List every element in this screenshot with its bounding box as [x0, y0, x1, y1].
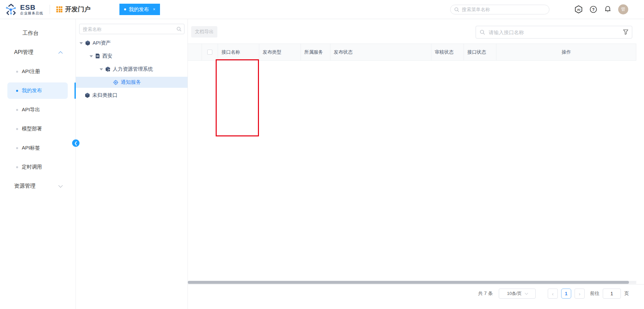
tree-search-input[interactable]	[79, 24, 184, 34]
bullet-dot	[16, 128, 18, 130]
bullet-dot	[16, 71, 18, 73]
cube-icon	[85, 41, 90, 46]
active-indicator-bar	[74, 82, 76, 99]
next-page-button[interactable]: ›	[575, 289, 585, 299]
sidebar-item-scheduled-call[interactable]: 定时调用	[0, 158, 75, 177]
total-count: 共 7 条	[478, 291, 493, 297]
tree-node-hr-system[interactable]: 人力资源管理系统	[76, 64, 187, 75]
table-header-row: 接口名称 发布类型 所属服务 发布状态 审核状态 接口状态 操作	[188, 44, 636, 61]
svg-text:?: ?	[592, 7, 594, 12]
search-icon	[176, 26, 181, 32]
search-icon	[454, 7, 459, 12]
chevron-down-icon	[525, 292, 528, 295]
col-header-publish-type: 发布类型	[259, 44, 301, 61]
goto-label: 前往	[590, 291, 599, 297]
sidebar-item-api-export[interactable]: API导出	[0, 100, 75, 119]
horizontal-scrollbar[interactable]	[188, 281, 636, 284]
tab-my-publish[interactable]: 我的发布 ×	[119, 4, 160, 15]
caret-down-icon[interactable]	[79, 42, 83, 44]
chevron-up-icon	[58, 51, 63, 56]
filter-funnel-icon[interactable]	[623, 29, 629, 35]
portal-title: 开发门户	[65, 5, 91, 14]
tab-active-dot	[124, 8, 126, 10]
portal-grid-icon	[56, 6, 62, 12]
caret-down-icon[interactable]	[100, 68, 103, 70]
table-footer: 共 7 条 10条/页 ‹ 1 › 前往 页	[188, 284, 644, 309]
page-size-select[interactable]: 10条/页	[499, 289, 536, 299]
header-expand-cell	[188, 44, 202, 61]
bullet-dot	[16, 147, 18, 149]
header-divider	[50, 5, 50, 14]
logo-subtitle: 企业服务总线	[20, 11, 43, 15]
main-content: 文档导出 接口名称 发布类型 所属服务 发布状态 审核状态 接口状态 操作	[188, 19, 644, 309]
pagination: 共 7 条 10条/页 ‹ 1 › 前往 页	[478, 288, 629, 299]
cube-gear-icon	[105, 67, 110, 72]
doc-export-button[interactable]: 文档导出	[191, 26, 217, 38]
notifications-bell-icon[interactable]	[604, 5, 612, 13]
tree-node-xian[interactable]: 西安	[76, 51, 187, 62]
sidebar-item-api-tags[interactable]: API标签	[0, 138, 75, 158]
bullet-dot	[16, 166, 18, 168]
tree-node-api-assets[interactable]: API资产	[76, 38, 187, 49]
col-header-api-name: 接口名称	[218, 44, 259, 61]
esb-logo-icon	[5, 3, 17, 16]
tree-node-notify-service[interactable]: 通知服务	[76, 77, 187, 88]
page-unit-label: 页	[624, 291, 629, 297]
api-table: 接口名称 发布类型 所属服务 发布状态 审核状态 接口状态 操作	[188, 44, 636, 61]
sidebar-group-api-management[interactable]: API管理	[0, 43, 75, 62]
svg-text:AI: AI	[577, 8, 580, 11]
select-all-checkbox[interactable]	[207, 50, 212, 55]
col-header-api-status: 接口状态	[464, 44, 496, 61]
tab-label: 我的发布	[129, 6, 149, 13]
sidebar-nav: 工作台 API管理 API注册 我的发布 API导出 模型部署 API标签 定时…	[0, 19, 76, 309]
menu-search-input[interactable]	[450, 5, 549, 14]
tree-node-unclassified[interactable]: 未归类接口	[76, 90, 187, 101]
bullet-dot	[16, 109, 18, 111]
bullet-dot	[16, 90, 18, 92]
app-header: ESB 企业服务总线 开发门户 我的发布 × AI ?	[0, 0, 644, 19]
service-gear-icon	[113, 80, 118, 85]
app-logo: ESB 企业服务总线	[5, 3, 43, 16]
ai-assistant-icon[interactable]: AI	[574, 5, 583, 14]
user-avatar[interactable]: 管	[618, 4, 628, 14]
tab-close-icon[interactable]: ×	[153, 7, 155, 12]
cube-icon	[85, 93, 90, 98]
sidebar-group-resource-management[interactable]: 资源管理	[0, 177, 75, 196]
sidebar-item-api-register[interactable]: API注册	[0, 62, 75, 81]
current-page-button[interactable]: 1	[561, 289, 571, 299]
service-tree-panel: API资产 西安 人力资源管理系统	[76, 19, 188, 309]
api-name-search-input[interactable]	[476, 26, 632, 39]
header-select-all	[202, 44, 218, 61]
logo-title: ESB	[20, 4, 43, 11]
sidebar-item-my-publish[interactable]: 我的发布	[0, 81, 75, 100]
col-header-publish-status: 发布状态	[330, 44, 431, 61]
col-header-actions: 操作	[496, 44, 636, 61]
caret-down-icon[interactable]	[90, 55, 93, 57]
help-icon[interactable]: ?	[589, 5, 597, 13]
chevron-down-icon	[58, 183, 63, 188]
col-header-service: 所属服务	[301, 44, 330, 61]
sidebar-collapse-button[interactable]: ❮	[72, 139, 79, 147]
search-icon	[480, 29, 485, 35]
sidebar-item-model-deploy[interactable]: 模型部署	[0, 119, 75, 138]
scrollbar-thumb[interactable]	[188, 281, 629, 284]
prev-page-button[interactable]: ‹	[548, 289, 558, 299]
goto-page-input[interactable]	[603, 289, 621, 299]
sidebar-item-workbench[interactable]: 工作台	[0, 24, 75, 43]
document-icon	[95, 54, 100, 59]
menu-search	[450, 5, 549, 14]
api-name-search	[476, 26, 632, 39]
col-header-audit-status: 审核状态	[431, 44, 464, 61]
